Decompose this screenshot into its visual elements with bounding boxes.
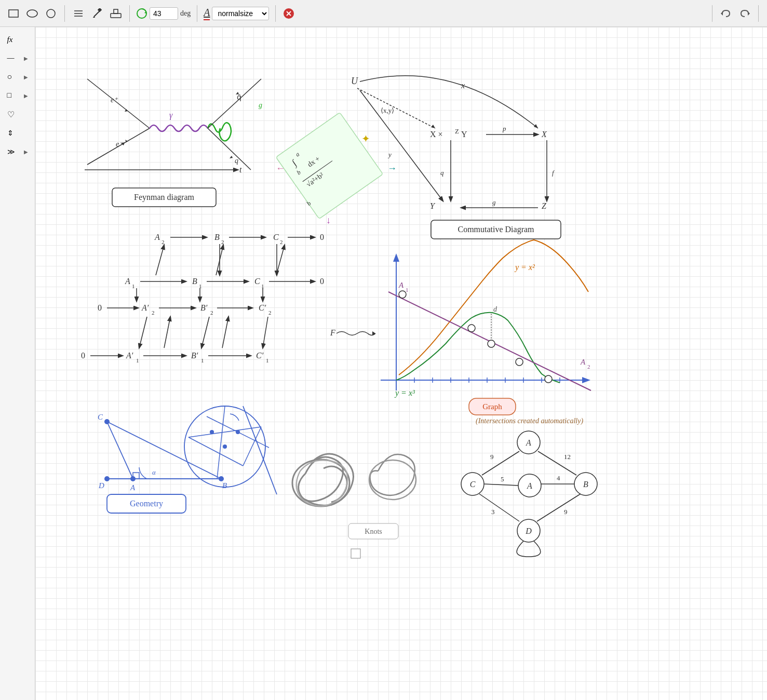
svg-line-118: [201, 317, 209, 348]
svg-text:A: A: [527, 481, 532, 490]
canvas-area[interactable]: t e⁻ e⁺ γ q̄ g q Feynman diagram: [35, 27, 767, 700]
svg-text:←: ←: [276, 163, 285, 173]
svg-text:B: B: [214, 233, 220, 241]
svg-marker-55: [431, 125, 435, 128]
svg-line-54: [357, 88, 435, 128]
svg-rect-7: [98, 8, 102, 12]
toolbar: 43 deg A normalsize small large Large hu…: [0, 0, 767, 27]
svg-text:y: y: [387, 151, 392, 158]
rotation-input[interactable]: 43: [150, 7, 178, 20]
stamp-tool[interactable]: [109, 6, 123, 21]
svg-text:2: 2: [221, 239, 224, 245]
circle-icon: ○: [7, 72, 12, 82]
svg-line-154: [107, 422, 221, 479]
sidebar-item-line[interactable]: — ▶: [4, 50, 31, 66]
svg-text:9: 9: [564, 508, 568, 516]
svg-text:B: B: [222, 481, 227, 490]
svg-point-143: [488, 340, 495, 347]
svg-text:1: 1: [201, 357, 204, 364]
circle-tool[interactable]: [44, 6, 58, 21]
svg-text:1: 1: [132, 283, 135, 289]
svg-text:A′: A′: [126, 351, 133, 360]
svg-point-174: [210, 430, 214, 434]
circle-arrow: ▶: [24, 74, 28, 80]
svg-rect-203: [351, 549, 360, 558]
svg-text:D: D: [98, 481, 104, 490]
separator-1: [64, 5, 65, 22]
line-icon: —: [7, 54, 15, 62]
svg-marker-15: [721, 11, 723, 16]
svg-text:D: D: [525, 527, 532, 535]
sidebar: fx — ▶ ○ ▶ □ ▶ ♡ ⇕ ≫ ▶: [0, 27, 35, 700]
pen-tool[interactable]: [90, 6, 104, 21]
svg-line-27: [208, 79, 261, 128]
svg-text:9: 9: [490, 453, 494, 461]
svg-text:5: 5: [501, 475, 504, 483]
svg-text:A: A: [526, 438, 531, 447]
svg-text:✦: ✦: [361, 133, 370, 144]
svg-text:y = x²: y = x²: [514, 263, 535, 272]
sidebar-item-heart[interactable]: ♡: [4, 106, 31, 123]
svg-point-175: [236, 430, 240, 434]
svg-point-177: [369, 460, 416, 500]
rotation-icon: [136, 8, 147, 19]
svg-text:t: t: [239, 165, 242, 174]
svg-line-199: [537, 494, 581, 521]
svg-line-172: [243, 406, 277, 494]
svg-text:2: 2: [152, 309, 155, 316]
svg-text:X: X: [541, 130, 547, 139]
sidebar-item-square[interactable]: □ ▶: [4, 87, 31, 104]
sidebar-item-circle[interactable]: ○ ▶: [4, 69, 31, 85]
svg-text:1: 1: [266, 357, 269, 364]
svg-point-144: [516, 358, 523, 366]
toolbar-right: [710, 5, 761, 22]
square-icon: □: [7, 91, 11, 100]
separator-right-1: [712, 5, 712, 22]
align-tool[interactable]: [71, 6, 86, 21]
svg-rect-9: [114, 9, 118, 14]
arrows-icon: ⇕: [7, 129, 14, 138]
undo-button[interactable]: [719, 6, 733, 21]
redo-button[interactable]: [737, 6, 752, 21]
ellipse-tool[interactable]: [25, 6, 39, 21]
svg-marker-16: [748, 11, 750, 16]
sidebar-item-double-arrow[interactable]: ≫ ▶: [4, 143, 31, 160]
close-button[interactable]: [282, 7, 295, 20]
svg-text:4: 4: [557, 474, 560, 482]
sidebar-item-fx[interactable]: fx: [4, 31, 31, 48]
svg-text:1: 1: [406, 287, 409, 293]
svg-text:2: 2: [210, 309, 213, 316]
svg-rect-0: [9, 10, 18, 17]
svg-text:e⁺: e⁺: [111, 96, 118, 104]
sidebar-item-arrows[interactable]: ⇕: [4, 125, 31, 141]
svg-text:2: 2: [280, 239, 283, 245]
svg-text:↓: ↓: [326, 215, 331, 225]
svg-text:q: q: [440, 169, 444, 177]
separator-4: [275, 5, 276, 22]
svg-rect-35: [276, 113, 383, 219]
font-icon: A: [204, 7, 210, 20]
svg-point-157: [130, 476, 136, 481]
font-size-select[interactable]: normalsize small large Large huge: [212, 7, 269, 20]
svg-text:C′: C′: [259, 303, 266, 312]
font-group: A normalsize small large Large huge: [204, 7, 269, 20]
line-arrow: ▶: [24, 56, 28, 61]
svg-line-167: [189, 427, 261, 437]
rectangle-tool[interactable]: [6, 6, 21, 21]
knots-label: Knots: [365, 528, 382, 535]
svg-text:C′: C′: [256, 351, 264, 360]
svg-text:→: →: [387, 163, 397, 173]
svg-text:q̄: q̄: [237, 93, 241, 101]
svg-text:C: C: [273, 233, 279, 241]
svg-rect-8: [111, 14, 121, 18]
svg-line-168: [189, 437, 243, 466]
svg-point-142: [468, 325, 475, 332]
svg-text:B: B: [192, 277, 197, 286]
main-canvas-svg[interactable]: t e⁻ e⁺ γ q̄ g q Feynman diagram: [35, 27, 767, 700]
svg-line-193: [484, 484, 518, 486]
svg-line-113: [276, 245, 285, 275]
svg-line-111: [156, 245, 164, 275]
svg-line-170: [217, 406, 225, 479]
svg-line-153: [107, 422, 133, 479]
svg-text:3: 3: [491, 508, 495, 516]
